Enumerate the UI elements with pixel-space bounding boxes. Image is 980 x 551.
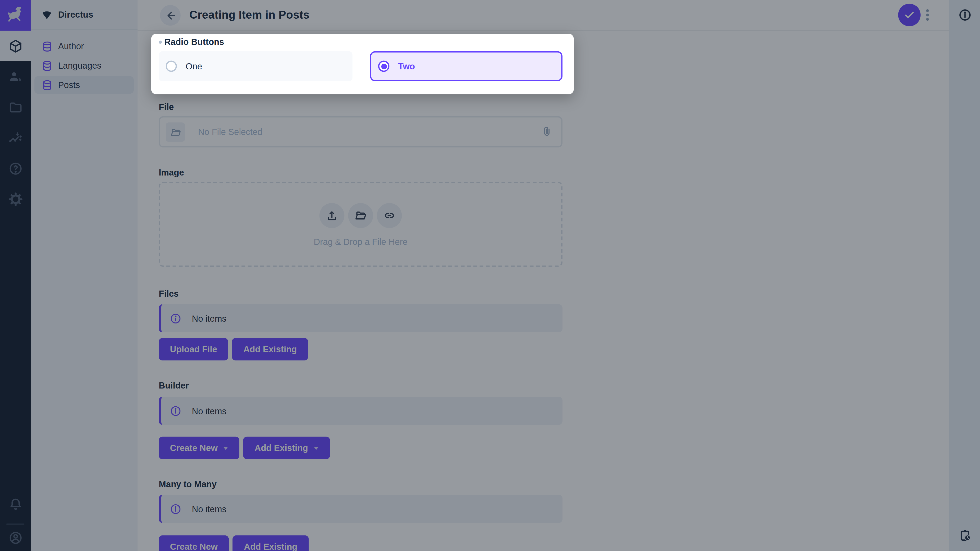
radio-option-label: One bbox=[186, 61, 202, 71]
radio-option-label: Two bbox=[398, 61, 415, 71]
field-label-text: Radio Buttons bbox=[164, 37, 224, 47]
radio-unselected-icon bbox=[165, 61, 177, 72]
radio-selected-icon bbox=[378, 61, 390, 72]
field-label-radio-buttons: Radio Buttons bbox=[159, 37, 224, 47]
radio-option-two[interactable]: Two bbox=[370, 51, 563, 81]
radio-option-one[interactable]: One bbox=[159, 51, 352, 81]
radio-buttons-popup: Radio Buttons One Two bbox=[151, 34, 574, 94]
directus-app: Directus Author Languages bbox=[0, 0, 980, 551]
edited-indicator-dot bbox=[159, 40, 162, 43]
